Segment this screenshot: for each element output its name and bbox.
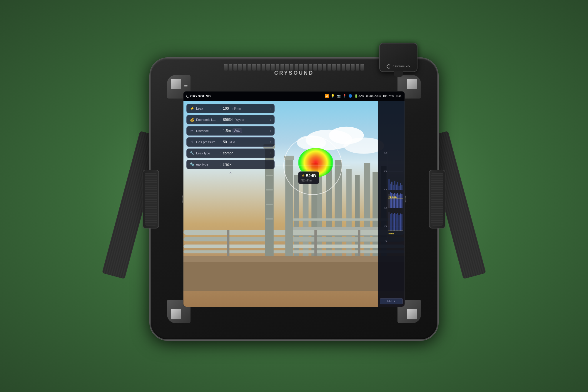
signal-icon: 📶 <box>325 94 329 98</box>
eaktype-icon: 🔩 <box>190 162 194 167</box>
distance-arrow: › <box>270 129 271 133</box>
collapse-button[interactable]: ^ <box>186 171 275 176</box>
economic-label: Economic L... <box>196 118 217 121</box>
pressure-unit: kPa <box>230 140 235 144</box>
economic-icon: 💰 <box>190 117 194 122</box>
eaktype-colon: : <box>220 162 220 166</box>
vent-rib <box>229 64 232 71</box>
leaktype-label: Leak type <box>196 151 217 155</box>
vent-rib <box>238 64 242 71</box>
corner-insert-br <box>407 309 417 319</box>
vent-rib <box>351 64 355 71</box>
svg-text:30k: 30k <box>384 188 387 191</box>
svg-rect-64 <box>394 193 395 208</box>
svg-rect-12 <box>346 169 352 256</box>
strap-mesh-left <box>145 173 157 226</box>
svg-text:24.5kHz: 24.5kHz <box>388 196 397 198</box>
corner-insert-bl <box>171 309 181 319</box>
pressure-colon: : <box>220 140 220 144</box>
pressure-value: 50 <box>223 140 227 144</box>
leaktype-value: compr... <box>223 151 235 155</box>
svg-rect-72 <box>391 213 392 231</box>
leak-unit: ml/min <box>231 107 241 110</box>
wifi-icon: 💡 <box>331 94 335 98</box>
leaktype-arrow: › <box>270 151 271 155</box>
fft-button-label: FFT > <box>387 300 395 303</box>
distance-label: Distance <box>196 129 217 133</box>
fft-spectrum-svg: 50k 40k 30k 20k 10k <box>380 103 403 290</box>
leak-arrow: › <box>270 106 271 111</box>
economic-arrow: › <box>270 118 271 122</box>
status-bar: CRYSOUND 📶 💡 📷 📍 🔵 🔋 32% 09/04/2024 10 <box>183 91 405 101</box>
svg-rect-75 <box>396 214 397 231</box>
top-vent <box>220 64 368 71</box>
svg-rect-71 <box>390 214 391 231</box>
leak-label: Leak <box>196 107 217 110</box>
vent-rib <box>299 64 303 71</box>
vent-rib <box>224 64 228 71</box>
svg-rect-14 <box>364 163 370 256</box>
distance-row[interactable]: ✂ Distance : 1.5m Auto › <box>186 126 275 136</box>
economic-value: 85634 <box>223 118 233 122</box>
corner-insert-tr <box>407 79 417 89</box>
vent-rib <box>313 64 317 71</box>
svg-rect-70 <box>388 212 390 231</box>
svg-rect-15 <box>372 172 378 256</box>
strap-holder-right <box>429 170 445 228</box>
svg-rect-66 <box>397 193 398 208</box>
svg-rect-55 <box>396 184 397 190</box>
svg-rect-54 <box>394 181 395 189</box>
svg-rect-76 <box>397 213 398 231</box>
vent-rib <box>290 64 293 71</box>
vent-rib <box>304 64 308 71</box>
app-logo: CRYSOUND <box>186 94 211 98</box>
distance-colon: : <box>220 129 220 133</box>
leak-value: 100 <box>223 106 229 111</box>
svg-rect-52 <box>391 181 392 189</box>
pressure-icon: ℹ <box>190 140 194 144</box>
pressure-row[interactable]: ℹ Gas pressure : 50 kPa › <box>186 137 275 147</box>
leak-row[interactable]: ⚡ Leak : 100 ml/min › <box>186 104 275 113</box>
vent-rib <box>233 64 237 71</box>
distance-value: 1.5m <box>223 129 231 133</box>
vent-rib <box>309 64 312 71</box>
svg-rect-58 <box>400 183 401 189</box>
eaktype-row[interactable]: 🔩 eak type : crack › <box>186 160 275 169</box>
svg-rect-36 <box>285 157 293 256</box>
svg-rect-51 <box>390 184 391 189</box>
distance-auto-badge: Auto <box>233 129 242 133</box>
svg-rect-73 <box>393 214 394 231</box>
svg-rect-10 <box>326 166 332 256</box>
svg-rect-11 <box>335 160 342 256</box>
svg-rect-78 <box>400 213 401 231</box>
svg-rect-68 <box>400 193 401 208</box>
tablet-brand-label: CRYSOUND <box>274 70 314 76</box>
strap-mesh-right <box>431 173 443 226</box>
vent-rib <box>323 64 326 71</box>
fft-button[interactable]: FFT > <box>380 298 403 304</box>
vent-rib <box>295 64 298 71</box>
fft-chart-area: 50k 40k 30k 20k 10k <box>380 103 403 297</box>
vent-rib <box>280 64 284 71</box>
device-wrapper: CRYSOUND <box>138 34 450 358</box>
camera-icon: 📷 <box>337 94 341 98</box>
svg-rect-50 <box>388 179 390 190</box>
tablet-body: CRYSOUND <box>150 58 438 340</box>
eaktype-value: crack <box>223 162 231 166</box>
leak-icon: ⚡ <box>190 106 194 111</box>
corner-insert-tl <box>171 79 181 89</box>
leaktype-icon: 🔧 <box>190 151 194 156</box>
svg-rect-9 <box>317 175 322 256</box>
economic-row[interactable]: 💰 Economic L... : 85634 ¥/year › <box>186 115 275 124</box>
vent-rib <box>285 64 289 71</box>
leaktype-row[interactable]: 🔧 Leak type : compr... › <box>186 149 275 158</box>
sensor-module: CRYSOUND <box>379 43 417 72</box>
battery-indicator: 🔋 32% <box>354 94 364 98</box>
svg-rect-6 <box>294 175 299 256</box>
location-icon: 📍 <box>343 94 347 98</box>
svg-rect-79 <box>401 214 402 231</box>
status-left: CRYSOUND <box>186 94 211 98</box>
reading-popup: ⚡ 52dB 32ml/min <box>298 171 319 184</box>
status-right: 📶 💡 📷 📍 🔵 🔋 32% 09/04/2024 10:07:39 Tue. <box>325 94 402 98</box>
vent-rib <box>328 64 331 71</box>
